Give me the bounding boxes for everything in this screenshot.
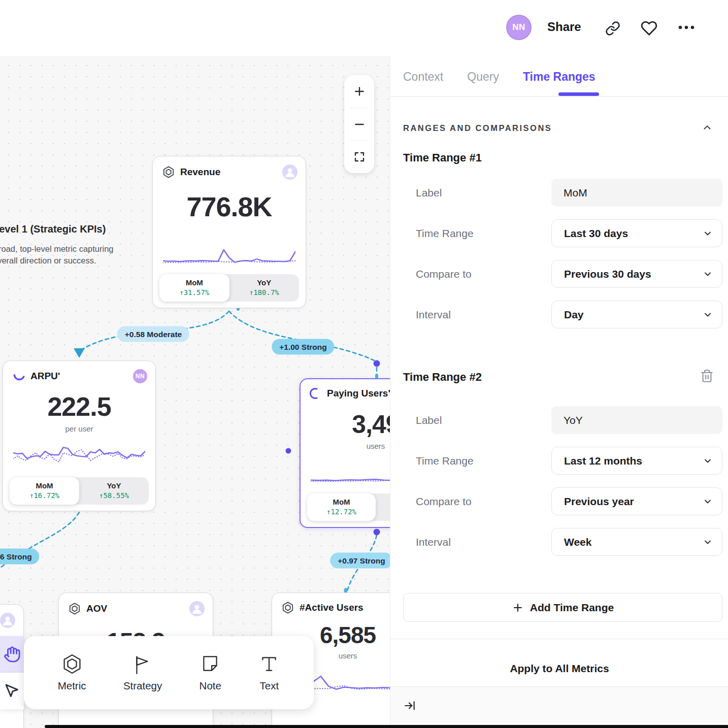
sparkline-chart	[163, 239, 295, 267]
tab-query[interactable]: Query	[467, 70, 499, 84]
tool-text[interactable]: Text	[258, 653, 280, 692]
metric-value: 776.8K	[153, 191, 306, 222]
plus-icon	[512, 602, 524, 614]
chevron-down-icon	[703, 269, 713, 279]
metric-value: 222.5	[3, 391, 155, 422]
canvas-note-level1[interactable]: Level 1 (Strategic KPIs) Broad, top-leve…	[0, 223, 120, 267]
share-button[interactable]: Share	[547, 20, 581, 34]
mom-delta: ↑31.57%	[159, 288, 229, 296]
tool-note[interactable]: Note	[200, 653, 221, 692]
owner-avatar-icon	[0, 613, 15, 628]
delete-time-range-button[interactable]	[700, 369, 714, 383]
canvas-zoom-controls	[344, 75, 374, 173]
favorite-button[interactable]	[641, 20, 657, 37]
note-icon	[200, 653, 221, 675]
owner-avatar-icon	[282, 164, 297, 180]
time-range-select[interactable]: Last 30 days	[551, 219, 722, 247]
yoy-delta: ↑58.55%	[79, 491, 149, 500]
metric-unit: per user	[3, 424, 155, 433]
tool-metric[interactable]: Metric	[58, 653, 86, 692]
sparkline-chart	[311, 457, 390, 486]
field-row-compare-to: Compare to Previous year	[416, 487, 722, 515]
tab-context[interactable]: Context	[403, 70, 443, 84]
mom-pill[interactable]: MoM ↑12.72%	[307, 493, 376, 521]
interval-select[interactable]: Week	[551, 528, 722, 556]
panel-tabs: Context Query Time Ranges	[403, 70, 595, 84]
note-title: Level 1 (Strategic KPIs)	[0, 223, 120, 235]
metric-tree-canvas[interactable]: +0.58 Moderate +1.00 Strong 66 Strong +0…	[0, 56, 390, 728]
tab-time-ranges[interactable]: Time Ranges	[523, 70, 595, 84]
mom-pill[interactable]: MoM ↑31.57%	[159, 274, 229, 302]
field-row-time-range: Time Range Last 12 months	[416, 447, 722, 475]
interval-select[interactable]: Day	[551, 301, 722, 328]
hexagon-metric-icon	[281, 601, 294, 614]
heart-icon	[641, 20, 657, 37]
more-menu-button[interactable]	[677, 24, 696, 30]
yoy-pill[interactable]: YoY ↑58.55%	[79, 477, 149, 505]
time-range-1-title: Time Range #1	[403, 151, 482, 164]
section-header[interactable]: RANGES AND COMPARISONS	[403, 122, 713, 134]
field-row-label: Label	[416, 179, 722, 207]
correlation-badge[interactable]: 66 Strong	[0, 549, 40, 565]
compare-to-select[interactable]: Previous 30 days	[551, 260, 722, 288]
correlation-badge[interactable]: +0.97 Strong	[330, 553, 390, 569]
yoy-delta: ↑180.7%	[229, 288, 300, 296]
sparkline-chart	[13, 439, 145, 468]
panel-footer	[390, 687, 728, 728]
zoom-in-button[interactable]	[344, 75, 374, 108]
compare-to-select[interactable]: Previous year	[551, 487, 722, 515]
arc-loading-icon	[12, 370, 25, 383]
top-bar: NN Share	[0, 0, 728, 56]
minus-icon	[353, 118, 366, 131]
connection-handle[interactable]	[374, 529, 380, 536]
time-range-2-title: Time Range #2	[403, 371, 482, 384]
settings-panel: Context Query Time Ranges RANGES AND COM…	[390, 56, 728, 728]
tool-mode-strip	[0, 636, 24, 709]
owner-avatar-icon	[189, 601, 205, 616]
correlation-badge[interactable]: +1.00 Strong	[272, 339, 334, 355]
chevron-down-icon	[703, 310, 713, 320]
tab-to-bar-icon	[403, 699, 416, 712]
select-tool-button[interactable]	[0, 673, 24, 709]
tool-strategy[interactable]: Strategy	[123, 653, 162, 692]
window-bottom-edge	[45, 725, 728, 728]
collapse-panel-button[interactable]	[403, 699, 416, 712]
text-icon	[258, 653, 280, 675]
chevron-down-icon	[703, 456, 713, 466]
mom-pill[interactable]: MoM ↑16.72%	[10, 477, 79, 505]
label-input[interactable]	[551, 406, 722, 434]
edge-arrowhead	[74, 348, 85, 358]
label-input[interactable]	[551, 179, 722, 207]
plus-icon	[353, 85, 366, 98]
more-icon	[677, 24, 696, 30]
comparison-toggle: MoM ↑16.72% YoY ↑58.55%	[10, 477, 149, 505]
insert-toolbar: Metric Strategy Note Text	[24, 636, 314, 709]
hexagon-icon	[61, 653, 83, 675]
comparison-toggle: MoM ↑31.57% YoY ↑180.7%	[159, 274, 299, 302]
active-tab-indicator	[558, 92, 599, 96]
chevron-up-icon[interactable]	[702, 122, 713, 134]
metric-card-revenue[interactable]: Revenue 776.8K MoM ↑31.57% YoY ↑180.7%	[152, 156, 306, 308]
correlation-badge[interactable]: +0.58 Moderate	[117, 326, 189, 342]
metric-card-paying-users[interactable]: Paying Users' 3,49 users MoM ↑12.72%	[300, 378, 390, 528]
field-row-interval: Interval Day	[416, 301, 722, 328]
zoom-out-button[interactable]	[344, 108, 374, 141]
hexagon-metric-icon	[162, 166, 175, 179]
yoy-pill[interactable]	[376, 493, 390, 521]
user-avatar[interactable]: NN	[506, 15, 532, 40]
hand-icon	[4, 646, 21, 663]
yoy-pill[interactable]: YoY ↑180.7%	[229, 274, 300, 302]
add-time-range-button[interactable]: Add Time Range	[403, 593, 722, 622]
apply-to-all-metrics-button[interactable]: Apply to All Metrics	[390, 657, 728, 680]
connection-handle[interactable]	[374, 360, 380, 367]
copy-link-button[interactable]	[605, 21, 620, 36]
metric-card-arpu[interactable]: ARPU' NN 222.5 per user MoM ↑16.72% YoY …	[3, 360, 156, 511]
chevron-down-icon	[703, 537, 713, 547]
note-body: Broad, top-level metric capturing overal…	[0, 243, 120, 267]
connection-handle[interactable]	[286, 448, 291, 454]
hand-tool-button[interactable]	[0, 636, 24, 673]
mom-delta: ↑12.72%	[307, 508, 376, 516]
time-range-select[interactable]: Last 12 months	[551, 447, 722, 475]
fit-view-button[interactable]	[344, 141, 374, 173]
comparison-toggle: MoM ↑12.72%	[307, 493, 390, 521]
